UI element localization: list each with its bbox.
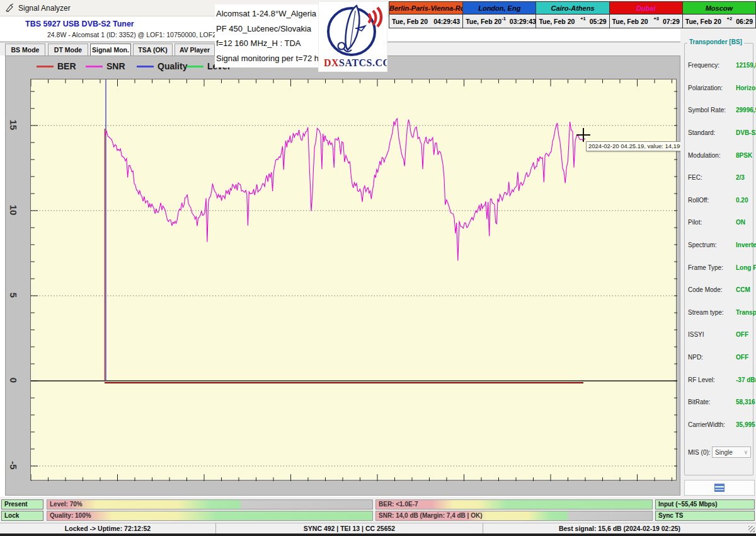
resize-grip[interactable]	[748, 526, 755, 532]
tp-row-pilot: Pilot:ON	[685, 211, 753, 234]
mis-row: MIS (0): Single ∨	[688, 446, 751, 458]
tp-row-symbol-rate: Symbol Rate:29996,982 KS/s	[685, 99, 753, 122]
level-line-swatch	[186, 66, 203, 67]
statusbar-best-signal: Best signal: 15,6 dB (2024-02-19 02:25)	[483, 523, 756, 533]
satellite-dish-icon: DXSATCS.COM	[319, 2, 387, 71]
logo-text-rest: SATCS.COM	[339, 57, 387, 68]
tp-row-rolloff: RollOff:0.20	[685, 189, 753, 212]
clock-utc-offset: +3	[648, 16, 659, 21]
tp-value: Horizontal	[736, 84, 756, 91]
tp-value: CCM	[736, 286, 750, 293]
tp-row-modulation: Modulation:8PSK	[685, 144, 753, 166]
clock-time: 07:29	[663, 18, 680, 25]
level-progress-bar: Level: 70%	[47, 499, 373, 510]
tp-label: Code Mode:	[688, 286, 736, 293]
tp-value: -37 dBm	[736, 376, 756, 383]
tuner-name: TBS 5927 USB DVB-S2 Tuner	[25, 20, 134, 28]
tp-label: FEC:	[688, 174, 736, 181]
tp-label: RollOff:	[688, 197, 736, 204]
legend-label-snr: SNR	[106, 61, 125, 71]
clock-berlin-paris-vienna-roma: Berlin-Paris-Vienna-Roma Tue, Feb 20 04:…	[389, 2, 462, 28]
tp-label: Pilot:	[688, 219, 736, 226]
clock-date: Tue, Feb 20	[612, 18, 648, 25]
tp-value: 0.20	[736, 197, 748, 204]
clock-moscow: Moscow Tue, Feb 20 +2 06:29	[683, 2, 755, 28]
tab-bs-mode[interactable]: BS Mode	[5, 44, 45, 56]
transponder-rows: Frequency:12159,873 MHz Polarization:Hor…	[685, 54, 753, 436]
ytick-10: 10	[8, 199, 18, 221]
logo-text-dx: DX	[324, 57, 339, 68]
tp-row-npd: NPD:OFF	[685, 346, 753, 369]
tp-value: 8PSK	[736, 152, 752, 159]
clock-time: 06:29	[736, 18, 753, 25]
mis-label: MIS (0):	[688, 449, 711, 456]
legend-label-quality: Quality	[158, 61, 187, 71]
quality-progress-bar: Quality: 100%	[47, 511, 373, 521]
clock-utc-offset: +2	[721, 16, 732, 21]
tp-value: 2/3	[736, 174, 745, 181]
tp-label: Standard:	[688, 129, 736, 136]
legend-item-ber: BER	[37, 61, 76, 71]
ytick-15: 15	[8, 114, 18, 136]
clock-city-label: London, Eng	[463, 2, 536, 15]
tab-tsa[interactable]: TSA (OK)	[133, 44, 173, 56]
clock-city-label: Dubai	[610, 2, 682, 15]
tp-row-frequency: Frequency:12159,873 MHz	[685, 54, 753, 77]
ts-list-icon	[714, 484, 724, 492]
mis-select[interactable]: Single ∨	[712, 446, 751, 458]
tp-row-carrier-width: CarrierWidth:35,995 MHz	[685, 414, 753, 436]
clock-utc-offset: -1	[501, 16, 506, 21]
transponder-title: Transponder [BS]	[687, 38, 744, 45]
clock-time: 04:29:43	[433, 18, 460, 25]
tp-label: Frequency:	[688, 62, 736, 69]
window-title: Signal Analyzer	[18, 4, 71, 13]
annotation-line-2: PF 450_Lučenec/Slovakia	[216, 21, 318, 37]
mis-selected-value: Single	[715, 449, 733, 456]
clock-city-label: Berlin-Paris-Vienna-Roma	[389, 2, 462, 15]
tp-label: Stream type:	[688, 309, 736, 316]
tp-row-fec: FEC:2/3	[685, 166, 753, 189]
clock-dubai: Dubai Tue, Feb 20 +3 07:29	[610, 2, 682, 28]
signal-plot[interactable]	[30, 79, 677, 481]
tab-dt-mode[interactable]: DT Mode	[48, 44, 88, 56]
tp-label: BitRate:	[688, 399, 736, 405]
tp-value: Inverted	[736, 242, 756, 248]
tp-row-polarization: Polarization:Horizontal	[685, 77, 753, 100]
annotation-block: Alcomsat 1-24.8°W_Algeria PF 450_Lučenec…	[215, 4, 318, 67]
transport-stream-button[interactable]	[684, 480, 755, 496]
present-indicator: Present	[1, 499, 43, 510]
annotation-line-3: f=12 160 MHz_H : TDA	[216, 36, 318, 51]
tp-label: RF Level:	[688, 376, 736, 383]
ber-line-swatch	[37, 66, 54, 67]
tp-row-standard: Standard:DVB-S2	[685, 122, 753, 144]
clock-time: 05:29	[590, 18, 607, 25]
snr-line-swatch	[86, 66, 103, 67]
tp-value: 12159,873 MHz	[736, 62, 756, 69]
snr-trace	[105, 119, 585, 260]
dxsatcs-logo: DXSATCS.COM	[318, 1, 387, 72]
sync-ts-indicator: Sync TS	[655, 511, 755, 521]
tp-value: OFF	[736, 354, 748, 361]
clock-city-label: Moscow	[683, 2, 755, 15]
legend-label-ber: BER	[57, 61, 76, 71]
app-icon	[5, 3, 14, 13]
clock-london: London, Eng Tue, Feb 20 -1 03:29:43	[463, 2, 536, 28]
tp-label: Spectrum:	[688, 242, 736, 248]
tp-row-rf-level: RF Level:-37 dBm	[685, 368, 753, 391]
ytick-5: 5	[8, 284, 18, 306]
clock-date: Tue, Feb 20	[392, 18, 428, 25]
tp-row-code-mode: Code Mode:CCM	[685, 279, 753, 301]
tp-row-issyi: ISSYIOFF	[685, 323, 753, 346]
tp-label: ISSYI	[688, 331, 736, 338]
tp-value: Transport	[736, 309, 756, 316]
tp-value: 58,316 Mbit/s	[736, 399, 756, 405]
tab-signal-mon[interactable]: Signal Mon.	[90, 44, 131, 56]
clock-utc-offset: +1	[575, 16, 585, 21]
tp-value: DVB-S2	[736, 129, 756, 136]
statusbar-lock-uptime: Locked -> Uptime: 72:12:52	[0, 523, 216, 533]
clock-date: Tue, Feb 20	[466, 18, 501, 25]
snr-progress-bar: SNR: 14,0 dB (Margin: 7,4 dB | OK)	[375, 511, 653, 521]
tp-row-bitrate: BitRate:58,316 Mbit/s	[685, 391, 753, 414]
tab-av-player[interactable]: AV Player	[175, 44, 215, 56]
tp-label: NPD:	[688, 354, 736, 361]
